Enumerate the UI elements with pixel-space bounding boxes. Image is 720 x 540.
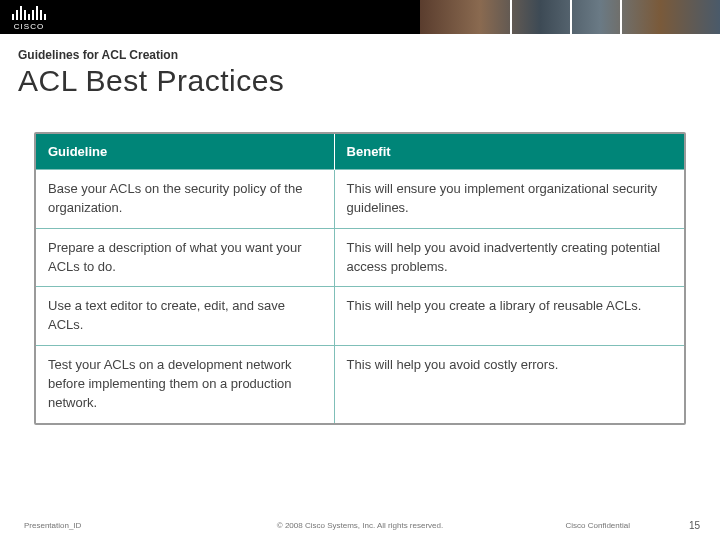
cell-guideline: Prepare a description of what you want y…	[36, 228, 334, 287]
cell-guideline: Use a text editor to create, edit, and s…	[36, 287, 334, 346]
cisco-logo-bars	[12, 4, 46, 20]
cell-benefit: This will help you avoid costly errors.	[334, 346, 684, 423]
people-strip-image	[420, 0, 720, 34]
cell-benefit: This will help you avoid inadvertently c…	[334, 228, 684, 287]
slide-subtitle: Guidelines for ACL Creation	[0, 34, 720, 64]
table-header-row: Guideline Benefit	[36, 134, 684, 170]
presentation-id: Presentation_ID	[0, 521, 81, 530]
page-number: 15	[689, 520, 700, 531]
slide-title: ACL Best Practices	[0, 64, 720, 98]
footer: Presentation_ID © 2008 Cisco Systems, In…	[0, 521, 720, 530]
header-benefit: Benefit	[334, 134, 684, 170]
top-bar: CISCO	[0, 0, 720, 34]
cell-benefit: This will help you create a library of r…	[334, 287, 684, 346]
guidelines-table: Guideline Benefit Base your ACLs on the …	[36, 134, 684, 423]
confidential-text: Cisco Confidential	[566, 521, 630, 530]
cell-guideline: Test your ACLs on a development network …	[36, 346, 334, 423]
cisco-logo-text: CISCO	[14, 22, 44, 31]
table-row: Prepare a description of what you want y…	[36, 228, 684, 287]
header-guideline: Guideline	[36, 134, 334, 170]
cell-guideline: Base your ACLs on the security policy of…	[36, 170, 334, 229]
guidelines-table-wrap: Guideline Benefit Base your ACLs on the …	[34, 132, 686, 425]
table-row: Use a text editor to create, edit, and s…	[36, 287, 684, 346]
cisco-logo: CISCO	[0, 4, 46, 31]
cell-benefit: This will ensure you implement organizat…	[334, 170, 684, 229]
copyright-text: © 2008 Cisco Systems, Inc. All rights re…	[277, 521, 443, 530]
table-row: Test your ACLs on a development network …	[36, 346, 684, 423]
table-row: Base your ACLs on the security policy of…	[36, 170, 684, 229]
